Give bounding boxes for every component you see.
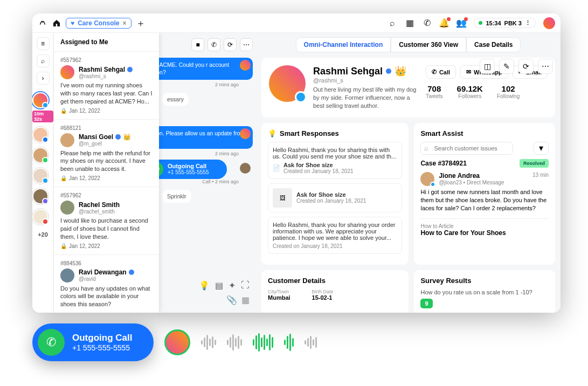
- more-count[interactable]: +20: [38, 231, 48, 238]
- message-time: 2 mins ago: [162, 151, 239, 156]
- message-avatar: [240, 60, 251, 71]
- left-rail: ≡ ⌕ › 10m 32s +20: [32, 33, 54, 313]
- assist-post: Jione Andrea@jioan23 • Direct Message 13…: [420, 172, 549, 213]
- people-icon[interactable]: 👥: [456, 18, 466, 28]
- layout-icon[interactable]: ◫: [480, 59, 495, 74]
- case-card[interactable]: #688121 Mansi Goel👑@m_goel Please help m…: [54, 119, 159, 187]
- lock-icon: 🔒: [60, 243, 67, 249]
- timer-badge: 10m 32s: [32, 111, 53, 122]
- smart-assist-card: Smart Assist ▾ Case #3784921Resolved Jio…: [414, 123, 555, 265]
- message-avatar: [240, 163, 251, 174]
- workspace-tab[interactable]: ♥ Care Console ×: [66, 18, 132, 29]
- case-id: #884536: [60, 260, 153, 266]
- video-icon[interactable]: ■: [191, 38, 204, 51]
- template-icon[interactable]: ▦: [241, 295, 250, 305]
- survey-card: Survey Results How do you rate us on a s…: [414, 270, 555, 313]
- detail-tabs: Omni-Channel Interaction Customer 360 Vi…: [261, 37, 555, 52]
- add-tab-button[interactable]: ＋: [136, 17, 146, 30]
- call-button[interactable]: ✆Call: [426, 65, 456, 79]
- rail-search-icon[interactable]: ⌕: [37, 54, 50, 67]
- phone-icon: ✆: [46, 335, 56, 349]
- status-time: 15:34: [486, 20, 501, 26]
- rail-avatar[interactable]: [32, 209, 49, 225]
- rail-avatar[interactable]: [32, 168, 49, 184]
- tab-360[interactable]: Customer 360 View: [391, 37, 466, 52]
- bulb-icon: 💡: [268, 129, 276, 137]
- crown-icon: 👑: [395, 65, 406, 77]
- case-id: #557962: [60, 57, 153, 63]
- message-time: Call • 2 mins ago: [162, 179, 239, 184]
- verified-icon: [115, 134, 121, 140]
- assigned-title: Assigned to Me: [54, 33, 159, 51]
- assist-search-input[interactable]: [420, 142, 513, 155]
- more-icon[interactable]: ⋯: [240, 38, 253, 51]
- refresh-icon[interactable]: ⟳: [518, 59, 534, 74]
- filter-icon[interactable]: ▾: [534, 142, 549, 155]
- refresh-icon[interactable]: ⟳: [224, 38, 237, 51]
- topbar: ♥ Care Console × ＋ ⌕ ▦ ✆ 🔔 👥 15:34 PBK 3…: [32, 13, 561, 33]
- apps-grid-icon[interactable]: ▦: [405, 18, 414, 28]
- howto-link[interactable]: How to Article How to Care for Your Shoe…: [420, 218, 549, 237]
- status-station: PBK 3: [504, 20, 522, 26]
- tab-omni[interactable]: Omni-Channel Interaction: [296, 37, 391, 52]
- assigned-panel: Assigned to Me #557962 Rashmi Sehgal@ras…: [54, 33, 159, 313]
- phone-icon: ✆: [432, 68, 437, 75]
- chat-column: ■ ✆ ⟳ ⋯ ing out to ACME. Could you r acc…: [159, 33, 256, 313]
- profile-column: Omni-Channel Interaction Customer 360 Vi…: [256, 33, 561, 313]
- image-thumb-icon: 🖼: [273, 188, 292, 208]
- attachment-icon[interactable]: 📎: [226, 295, 237, 305]
- whatsapp-icon: ✉: [466, 68, 471, 75]
- home-icon[interactable]: [52, 18, 61, 28]
- response-item[interactable]: Hello Rashmi, thank you for sharing this…: [268, 142, 402, 179]
- rail-avatar[interactable]: [32, 188, 49, 204]
- case-number: Case #3784921: [420, 160, 466, 167]
- call-icon[interactable]: ✆: [207, 38, 220, 51]
- chevron-right-icon[interactable]: ›: [37, 72, 50, 85]
- crown-icon: 👑: [123, 133, 131, 141]
- case-card[interactable]: #557962 Rashmi Sehgal@rashmi_s I've worn…: [54, 51, 159, 119]
- tab-case[interactable]: Case Details: [466, 37, 521, 52]
- verified-icon: [127, 67, 133, 72]
- case-id: #557962: [60, 192, 153, 198]
- waveform-icon: [305, 336, 317, 349]
- case-card[interactable]: #557962 Rachel Smith@rachel_smith I woul…: [54, 187, 159, 254]
- rail-avatar[interactable]: [32, 127, 49, 143]
- rail-avatar[interactable]: [32, 147, 49, 163]
- search-icon[interactable]: ⌕: [388, 18, 397, 28]
- bulb-icon[interactable]: 💡: [199, 280, 210, 291]
- response-item[interactable]: Hello Rashmi, thank you for sharing your…: [268, 217, 402, 254]
- lock-icon: 🔒: [60, 108, 67, 114]
- magic-icon[interactable]: ✎: [499, 59, 514, 74]
- phone-icon[interactable]: ✆: [422, 18, 432, 28]
- brand-logo-icon: [38, 17, 47, 29]
- caller-avatar: [164, 329, 190, 355]
- wifi-icon: ⋮: [525, 19, 531, 26]
- waveform-icon: [227, 334, 242, 350]
- tab-label: Care Console: [78, 19, 119, 27]
- case-card[interactable]: #884536 Ravi Dewangan@ravid Do you have …: [54, 254, 159, 313]
- lock-icon: 🔒: [60, 175, 67, 181]
- profile-bio: Out here living my best life with my dog…: [313, 86, 418, 110]
- incoming-message: essary: [162, 93, 189, 106]
- close-icon[interactable]: ×: [122, 19, 126, 27]
- more-icon[interactable]: ⋯: [538, 59, 553, 74]
- heart-icon: ♥: [71, 19, 74, 27]
- verified-icon: [386, 68, 391, 74]
- smart-responses-card: 💡Smart Responses Hello Rashmi, thank you…: [261, 123, 409, 265]
- expand-icon[interactable]: ⛶: [241, 280, 250, 291]
- status-pill[interactable]: 15:34 PBK 3 ⋮: [474, 18, 536, 28]
- rail-avatar[interactable]: [32, 92, 49, 108]
- bell-icon[interactable]: 🔔: [439, 18, 449, 28]
- doc-icon: 📄: [273, 164, 280, 171]
- twitter-icon: [430, 182, 435, 187]
- call-pill[interactable]: ✆ Outgoing Call+1 555-555-5555: [32, 323, 154, 361]
- note-icon[interactable]: ▤: [215, 280, 223, 291]
- profile-avatar: [269, 65, 306, 102]
- status-dot-icon: [479, 21, 482, 25]
- menu-icon[interactable]: ≡: [37, 37, 50, 50]
- current-user-avatar[interactable]: [543, 17, 555, 29]
- poster-avatar: [420, 172, 434, 186]
- response-item[interactable]: 🖼 Ask for Shoe sizeCreated on January 18…: [268, 183, 402, 212]
- profile-handle: @rashmi_s: [313, 77, 418, 84]
- brand-icon[interactable]: ✦: [229, 280, 236, 291]
